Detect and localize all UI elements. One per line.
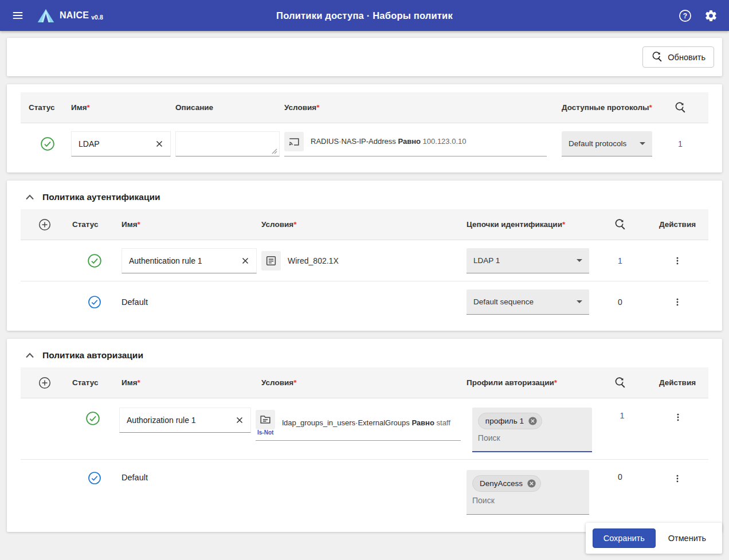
column-name: Имя*: [71, 100, 175, 115]
hit-count-cell: 1: [597, 404, 653, 424]
hit-count-link[interactable]: 1: [618, 256, 622, 265]
column-name: Имя*: [121, 375, 261, 390]
row-menu-button[interactable]: [669, 470, 686, 487]
authz-profiles-field[interactable]: DenyAccess: [467, 470, 589, 515]
settings-button[interactable]: [702, 7, 720, 25]
required-marker: *: [562, 220, 565, 229]
name-cell: [119, 404, 256, 436]
required-marker: *: [87, 103, 90, 112]
hit-counter-refresh-icon: [614, 218, 626, 231]
column-hit-counter[interactable]: [657, 98, 708, 118]
hit-count-cell: 0: [594, 294, 651, 310]
row-menu-button[interactable]: [669, 252, 686, 269]
column-profiles-label: Профили авторизации: [467, 378, 554, 387]
identity-chain-select[interactable]: LDAP 1: [467, 248, 589, 273]
cancel-button[interactable]: Отменить: [659, 529, 715, 547]
policy-set-header-row: Статус Имя* Описание Условия* Доступные …: [21, 92, 708, 123]
profile-chip-label: DenyAccess: [480, 479, 523, 488]
chevron-up-icon: [25, 352, 34, 359]
authz-policy-section-head: Политика авторизации: [7, 339, 722, 367]
gear-icon: [704, 9, 718, 22]
condition-text: ldap_groups_in_users·ExternalGroups Равн…: [282, 418, 450, 427]
condition-operator: Равно: [411, 418, 434, 427]
conditions-cell: [261, 299, 467, 306]
identity-chain-select[interactable]: Default sequence: [467, 289, 589, 315]
required-marker: *: [316, 103, 319, 112]
add-auth-rule-button[interactable]: [36, 216, 54, 234]
profile-chip[interactable]: DenyAccess: [472, 475, 541, 492]
policy-description-textarea[interactable]: [175, 131, 280, 156]
menu-button[interactable]: [9, 7, 26, 24]
profile-search-input[interactable]: [478, 433, 586, 442]
chip-remove-button[interactable]: [528, 416, 538, 426]
policy-name-field: [71, 131, 171, 156]
hit-count-link[interactable]: 1: [620, 411, 625, 420]
column-name-label: Имя: [121, 220, 138, 229]
refresh-button[interactable]: Обновить: [642, 46, 714, 68]
auth-policy-section-head: Политика аутентификации: [7, 181, 722, 209]
required-marker: *: [138, 378, 140, 387]
column-identity-chains: Цепочки идентификации*: [467, 217, 594, 232]
help-button[interactable]: ?: [676, 7, 694, 25]
add-authz-rule-button[interactable]: [36, 374, 54, 392]
description-cell: [175, 128, 284, 160]
save-button[interactable]: Сохранить: [593, 528, 656, 548]
clear-name-button[interactable]: [238, 253, 253, 268]
required-marker: *: [293, 220, 296, 229]
policy-set-row: RADIUS·NAS-IP-Address Равно 100.123.0.10…: [21, 123, 708, 165]
condition-negation-badge: Is-Not: [257, 430, 273, 436]
auth-rule-name-input[interactable]: [129, 256, 238, 265]
authz-policy-title: Политика авторизации: [42, 350, 143, 361]
collapse-auth-button[interactable]: [24, 193, 36, 202]
name-cell: Default: [121, 293, 261, 311]
column-hit-counter[interactable]: [594, 215, 651, 234]
authz-profiles-field[interactable]: профиль 1: [472, 408, 592, 452]
column-actions: Действия: [651, 375, 708, 390]
policy-name-input[interactable]: [79, 139, 152, 148]
clear-name-button[interactable]: [152, 136, 167, 151]
kebab-icon: [672, 297, 683, 307]
authz-profiles-cell: профиль 1: [472, 404, 597, 456]
profile-chip[interactable]: профиль 1: [478, 413, 542, 429]
page-title: Политики доступа · Наборы политик: [276, 10, 453, 21]
condition-value: 100.123.0.10: [423, 137, 467, 146]
column-name-label: Имя: [71, 103, 87, 112]
collapse-authz-button[interactable]: [24, 351, 36, 360]
spacer-cell: [21, 299, 72, 306]
authz-header-row: Статус Имя* Условия* Профили авторизации…: [21, 367, 708, 398]
protocols-select[interactable]: Default protocols: [562, 131, 652, 156]
main-content: Обновить Статус Имя* Описание Условия* Д…: [0, 31, 729, 532]
plus-circle-icon: [38, 376, 52, 390]
clear-name-button[interactable]: [232, 413, 247, 428]
column-description: Описание: [175, 100, 284, 115]
status-ok-icon: [40, 136, 55, 151]
column-status: Статус: [72, 217, 121, 232]
row-menu-button[interactable]: [669, 409, 687, 426]
identity-chain-cell: Default sequence: [467, 286, 594, 318]
add-cell: [21, 370, 72, 395]
profile-search-input[interactable]: [472, 496, 583, 505]
chip-remove-button[interactable]: [527, 479, 536, 488]
chevron-up-icon: [25, 194, 34, 201]
column-conditions-label: Условия: [261, 220, 293, 229]
protocols-value: Default protocols: [569, 139, 626, 148]
condition-text: RADIUS·NAS-IP-Address Равно 100.123.0.10: [311, 137, 466, 146]
hit-counter-refresh-icon: [614, 377, 626, 389]
resize-handle-icon[interactable]: [272, 148, 277, 154]
identity-chain-value: LDAP 1: [473, 256, 500, 265]
column-hit-counter[interactable]: [594, 373, 651, 393]
authz-rule-name-input[interactable]: [127, 416, 232, 425]
required-marker: *: [293, 378, 296, 387]
toolbar-card: Обновить: [7, 38, 722, 76]
spacer-cell: [21, 467, 72, 473]
status-cell: [21, 133, 71, 155]
required-marker: *: [649, 103, 652, 112]
row-menu-button[interactable]: [669, 293, 686, 311]
authz-condition[interactable]: Is-Not ldap_groups_in_users·ExternalGrou…: [256, 410, 461, 441]
app-name: NAICE: [60, 10, 89, 21]
policy-condition[interactable]: RADIUS·NAS-IP-Address Равно 100.123.0.10: [284, 132, 547, 156]
hit-count-link[interactable]: 1: [678, 139, 683, 148]
auth-policy-card: Политика аутентификации Статус Имя*: [7, 181, 722, 331]
auth-condition[interactable]: Wired_802.1X: [261, 251, 455, 271]
status-cell: [72, 250, 121, 272]
